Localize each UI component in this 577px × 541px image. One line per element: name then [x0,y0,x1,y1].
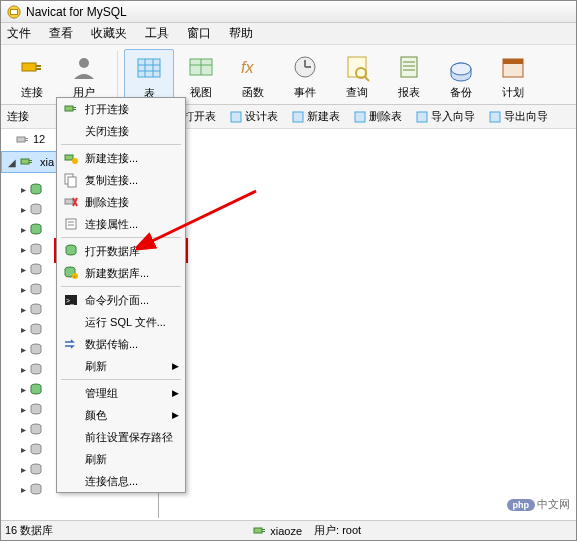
menu-file[interactable]: 文件 [7,25,31,42]
database-icon [29,462,43,476]
ctx-label: 连接属性... [85,217,138,232]
svg-rect-39 [29,162,32,163]
svg-rect-58 [73,109,76,110]
ctx-数据传输[interactable]: 数据传输... [57,333,185,355]
ctx-label: 新建连接... [85,151,138,166]
context-menu: 打开连接关闭连接新建连接...复制连接...删除连接连接属性...打开数据库+新… [56,97,186,493]
database-icon [29,202,43,216]
svg-rect-3 [36,65,41,67]
ctx-命令列介面[interactable]: >_命令列介面... [57,289,185,311]
toolbar-user[interactable]: 用户 [59,49,109,100]
ctx-label: 复制连接... [85,173,138,188]
ctx-连接属性[interactable]: 连接属性... [57,213,185,235]
subtoolbar-item[interactable]: 导入向导 [416,109,475,124]
svg-rect-37 [21,159,29,164]
ctx-关闭连接[interactable]: 关闭连接 [57,120,185,142]
table-icon [133,52,165,84]
svg-line-20 [365,77,369,81]
database-icon [29,402,43,416]
menu-separator [61,237,181,238]
menu-separator [61,144,181,145]
menu-window[interactable]: 窗口 [187,25,211,42]
database-icon [29,322,43,336]
ctx-label: 刷新 [85,452,107,467]
database-icon [29,182,43,196]
ctx-新建数据库[interactable]: +新建数据库... [57,262,185,284]
svg-rect-31 [355,112,365,122]
plug-icon [63,101,79,117]
menu-separator [61,286,181,287]
plug-icon [16,51,48,83]
svg-rect-6 [138,59,160,77]
ctx-label: 数据传输... [85,337,138,352]
toolbar-report[interactable]: 报表 [384,49,434,100]
ctx-复制连接[interactable]: 复制连接... [57,169,185,191]
toolbar-label: 函数 [242,85,264,100]
subtoolbar-item[interactable]: 新建表 [292,109,340,124]
ctx-前往设置保存路径[interactable]: 前往设置保存路径 [57,426,185,448]
subtoolbar-item[interactable]: 导出向导 [489,109,548,124]
ctx-label: 关闭连接 [85,124,129,139]
toolbar-table[interactable]: 表 [124,49,174,102]
toolbar-view[interactable]: 视图 [176,49,226,100]
toolbar-backup[interactable]: 备份 [436,49,486,100]
tree-label: xia [40,156,54,168]
submenu-arrow-icon: ▶ [172,388,179,398]
delete-icon [63,194,79,210]
svg-point-25 [451,63,471,75]
toolbar-fx[interactable]: fx函数 [228,49,278,100]
ctx-打开连接[interactable]: 打开连接 [57,98,185,120]
backup-icon [445,51,477,83]
ctx-新建连接[interactable]: 新建连接... [57,147,185,169]
svg-text:>_: >_ [66,297,74,305]
toolbar-label: 备份 [450,85,472,100]
navicat-logo-icon [7,5,21,19]
table-mini-icon [354,111,366,123]
toolbar-schedule[interactable]: 计划 [488,49,538,100]
ctx-运行SQL文件[interactable]: 运行 SQL 文件... [57,311,185,333]
menu-help[interactable]: 帮助 [229,25,253,42]
menu-view[interactable]: 查看 [49,25,73,42]
toolbar-label: 连接 [21,85,43,100]
svg-rect-38 [29,160,32,161]
watermark-text: 中文网 [537,497,570,512]
svg-rect-56 [65,106,73,111]
toolbar-query[interactable]: 查询 [332,49,382,100]
props-icon [63,216,79,232]
svg-rect-35 [25,138,28,139]
menu-favorites[interactable]: 收藏夹 [91,25,127,42]
ctx-删除连接[interactable]: 删除连接 [57,191,185,213]
ctx-刷新[interactable]: 刷新▶ [57,355,185,377]
toolbar-clock[interactable]: 事件 [280,49,330,100]
table-mini-icon [489,111,501,123]
window-title: Navicat for MySQL [26,5,127,19]
ctx-label: 新建数据库... [85,266,149,281]
toolbar-plug[interactable]: 连接 [7,49,57,100]
clock-icon [289,51,321,83]
ctx-连接信息[interactable]: 连接信息... [57,470,185,492]
fx-icon: fx [237,51,269,83]
tree-label: 12 [33,133,45,145]
plug-new-icon [63,150,79,166]
ctx-刷新[interactable]: 刷新 [57,448,185,470]
plug-icon [15,132,29,146]
ctx-颜色[interactable]: 颜色▶ [57,404,185,426]
ctx-管理组[interactable]: 管理组▶ [57,382,185,404]
ctx-label: 刷新 [85,359,107,374]
ctx-label: 管理组 [85,386,118,401]
svg-point-5 [79,58,89,68]
toolbar-label: 报表 [398,85,420,100]
ctx-打开数据库[interactable]: 打开数据库 [57,240,185,262]
subtoolbar-item[interactable]: 删除表 [354,109,402,124]
subtoolbar-item[interactable]: 设计表 [230,109,278,124]
watermark: php 中文网 [507,497,571,512]
copy-icon [63,172,79,188]
user-icon [68,51,100,83]
database-icon [29,302,43,316]
menu-tools[interactable]: 工具 [145,25,169,42]
svg-rect-27 [503,59,523,64]
svg-rect-4 [36,68,41,70]
ctx-label: 连接信息... [85,474,138,489]
ctx-label: 颜色 [85,408,107,423]
menu-separator [61,379,181,380]
